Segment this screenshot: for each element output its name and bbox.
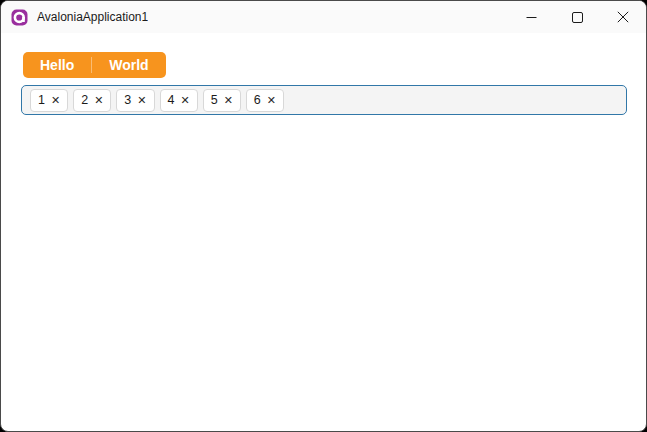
chip-6[interactable]: 6 ✕ <box>246 89 284 112</box>
chip-1[interactable]: 1 ✕ <box>30 89 68 112</box>
chip-remove-icon[interactable]: ✕ <box>137 95 146 106</box>
content-area: Hello World 1 ✕ 2 ✕ 3 ✕ 4 <box>1 33 646 115</box>
chip-remove-icon[interactable]: ✕ <box>224 95 233 106</box>
tab-hello[interactable]: Hello <box>23 52 91 78</box>
window-title: AvaloniaApplication1 <box>37 10 148 24</box>
chip-remove-icon[interactable]: ✕ <box>180 95 189 106</box>
close-icon <box>617 11 629 23</box>
screen: AvaloniaApplication1 <box>0 0 647 432</box>
chip-remove-icon[interactable]: ✕ <box>267 95 276 106</box>
tab-strip: Hello World <box>23 52 166 78</box>
chip-3[interactable]: 3 ✕ <box>116 89 154 112</box>
chip-5[interactable]: 5 ✕ <box>203 89 241 112</box>
chip-label: 2 <box>81 93 88 107</box>
avalonia-logo-icon <box>11 9 28 26</box>
chip-input[interactable]: 1 ✕ 2 ✕ 3 ✕ 4 ✕ 5 ✕ <box>21 85 627 115</box>
maximize-button[interactable] <box>554 1 600 33</box>
chip-remove-icon[interactable]: ✕ <box>94 95 103 106</box>
window-controls <box>508 1 646 33</box>
chip-label: 1 <box>38 93 45 107</box>
chip-label: 3 <box>124 93 131 107</box>
chip-4[interactable]: 4 ✕ <box>160 89 198 112</box>
chip-label: 4 <box>168 93 175 107</box>
chip-label: 6 <box>254 93 261 107</box>
chip-remove-icon[interactable]: ✕ <box>51 95 60 106</box>
titlebar[interactable]: AvaloniaApplication1 <box>1 1 646 33</box>
titlebar-left: AvaloniaApplication1 <box>1 9 508 26</box>
app-window: AvaloniaApplication1 <box>0 0 647 432</box>
minimize-button[interactable] <box>508 1 554 33</box>
chip-label: 5 <box>211 93 218 107</box>
close-button[interactable] <box>600 1 646 33</box>
maximize-icon <box>572 12 583 23</box>
tab-world[interactable]: World <box>92 52 165 78</box>
minimize-icon <box>526 12 537 23</box>
chip-2[interactable]: 2 ✕ <box>73 89 111 112</box>
